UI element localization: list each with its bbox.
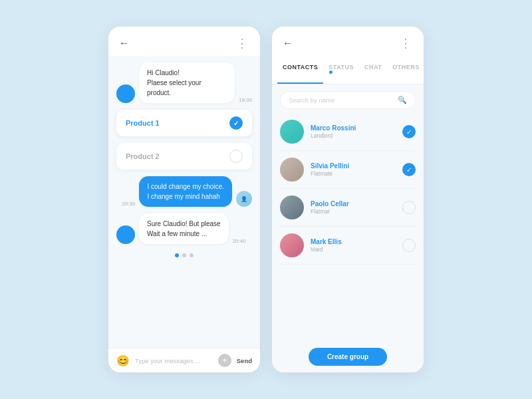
contact-avatar [280, 233, 304, 257]
contact-role: Maid [311, 246, 396, 253]
contact-info: Paolo Cellar Flatmat [311, 200, 396, 215]
message-time: 20:40 [233, 238, 246, 244]
chat-menu-button[interactable]: ⋮ [236, 36, 249, 51]
avatar [116, 225, 135, 244]
message-row: Hi Claudio! Plaese select your product. … [116, 63, 252, 103]
contact-role: Flatmat [311, 208, 396, 215]
sent-message-group: 20:30 I could change my choice. I change… [116, 176, 252, 207]
contacts-back-button[interactable]: ← [283, 37, 293, 49]
message-input[interactable]: Type your messages ... [135, 357, 213, 364]
contact-selected-icon[interactable]: ✓ [402, 163, 416, 176]
create-group-button[interactable]: Create group [309, 348, 387, 366]
contacts-header: ← ⋮ [272, 27, 424, 56]
contacts-panel: ← ⋮ CONTACTS STATUS CHAT OTHERS Search b… [272, 27, 424, 372]
indicator-dot [190, 253, 194, 257]
message-time: 20:30 [122, 201, 135, 207]
tabs-bar: CONTACTS STATUS CHAT OTHERS [272, 56, 424, 84]
product-option-1[interactable]: Product 1 ✓ [116, 110, 252, 136]
send-button[interactable]: Send [237, 357, 252, 364]
status-dot-icon [329, 70, 332, 74]
product-option-2[interactable]: Product 2 [116, 143, 252, 170]
search-input[interactable]: Search by name [289, 96, 394, 104]
contact-selected-icon[interactable]: ✓ [402, 125, 416, 138]
search-icon: 🔍 [398, 96, 407, 104]
contact-unselected-icon[interactable] [402, 239, 416, 252]
product-label: Product 1 [126, 119, 160, 127]
message-bubble: Hi Claudio! Plaese select your product. [139, 63, 235, 103]
contact-avatar [280, 196, 304, 219]
contact-info: Mark Ellis Maid [311, 238, 396, 253]
tab-contacts[interactable]: CONTACTS [277, 56, 323, 84]
search-bar[interactable]: Search by name 🔍 [280, 91, 416, 109]
contact-name: Silvia Pellini [311, 162, 396, 170]
message-row: 20:30 I could change my choice. I change… [122, 176, 252, 207]
avatar [116, 84, 135, 103]
check-selected-icon: ✓ [229, 116, 243, 130]
add-button[interactable]: + [218, 354, 231, 367]
contact-info: Silvia Pellini Flatmate [311, 162, 396, 177]
contact-avatar [280, 158, 304, 182]
contact-name: Mark Ellis [311, 238, 396, 245]
tab-others[interactable]: OTHERS [387, 56, 424, 84]
contact-info: Marco Rossini Landlord [311, 124, 396, 139]
message-bubble: I could change my choice. I change my mi… [139, 176, 232, 207]
chat-body: Hi Claudio! Plaese select your product. … [108, 56, 260, 348]
contact-role: Flatmate [311, 170, 396, 177]
contacts-menu-button[interactable]: ⋮ [400, 36, 413, 51]
contact-item: Silvia Pellini Flatmate ✓ [280, 151, 416, 189]
contact-role: Landlord [311, 132, 396, 139]
message-bubble: Sure Claudio! But please Wait a few minu… [139, 213, 229, 244]
indicator-dot [182, 253, 186, 257]
check-empty-icon [229, 150, 243, 163]
chat-header: ← ⋮ [108, 27, 260, 56]
user-avatar: 👤 [236, 191, 252, 207]
message-time: 19:30 [239, 97, 252, 103]
emoji-button[interactable]: 😊 [116, 354, 130, 367]
tab-chat[interactable]: CHAT [359, 56, 387, 84]
contact-item: Mark Ellis Maid [280, 227, 416, 265]
contacts-list: Marco Rossini Landlord ✓ Silvia Pellini … [272, 113, 424, 341]
page-indicator [116, 251, 252, 260]
chat-panel: ← ⋮ Hi Claudio! Plaese select your produ… [108, 27, 260, 372]
indicator-dot-active [175, 253, 179, 257]
contact-unselected-icon[interactable] [402, 201, 416, 214]
contact-item: Marco Rossini Landlord ✓ [280, 113, 416, 151]
tab-status[interactable]: STATUS [323, 56, 359, 84]
contact-item: Paolo Cellar Flatmat [280, 189, 416, 227]
contact-name: Paolo Cellar [311, 200, 396, 207]
message-row: Sure Claudio! But please Wait a few minu… [116, 213, 252, 244]
contact-avatar [280, 120, 304, 144]
create-group-bar: Create group [272, 341, 424, 372]
product-label: Product 2 [126, 152, 160, 160]
chat-input-bar: 😊 Type your messages ... + Send [108, 348, 260, 372]
contact-name: Marco Rossini [311, 124, 396, 132]
chat-back-button[interactable]: ← [119, 37, 130, 49]
